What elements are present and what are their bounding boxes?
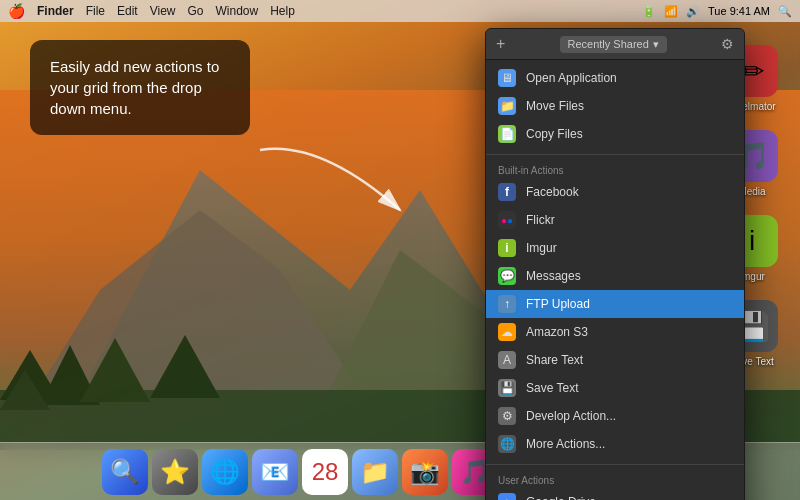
menu-item-copy-files[interactable]: 📄 Copy Files <box>486 120 744 148</box>
imgur-label: Imgur <box>526 241 557 255</box>
user-actions-section: User Actions ▲ Google Drive 🔍 Image Sear… <box>486 467 744 500</box>
battery-icon: 🔋 <box>642 5 656 18</box>
popup-dropdown-icon: ▾ <box>653 38 659 51</box>
save-text-menu-icon: 💾 <box>498 379 516 397</box>
amazon-s3-label: Amazon S3 <box>526 325 588 339</box>
wifi-icon: 📶 <box>664 5 678 18</box>
flickr-label: Flickr <box>526 213 555 227</box>
popup-title-label: Recently Shared <box>568 38 649 50</box>
popup-panel: + Recently Shared ▾ ⚙ 🖥 Open Application… <box>485 28 745 500</box>
messages-menu-icon: 💬 <box>498 267 516 285</box>
annotation-text: Easily add new actions to your grid from… <box>50 56 230 119</box>
view-menu[interactable]: View <box>150 4 176 18</box>
clock: Tue 9:41 AM <box>708 5 770 17</box>
menu-item-flickr[interactable]: ●● Flickr <box>486 206 744 234</box>
edit-menu[interactable]: Edit <box>117 4 138 18</box>
desktop: 🍎 Finder File Edit View Go Window Help 🔋… <box>0 0 800 500</box>
save-text-label: Save Text <box>526 381 578 395</box>
popup-header: + Recently Shared ▾ ⚙ <box>486 29 744 60</box>
move-files-icon: 📁 <box>498 97 516 115</box>
apple-menu[interactable]: 🍎 <box>8 3 25 19</box>
ftp-upload-label: FTP Upload <box>526 297 590 311</box>
copy-files-icon: 📄 <box>498 125 516 143</box>
popup-gear-button[interactable]: ⚙ <box>721 36 734 52</box>
menu-item-ftp-upload[interactable]: ↑ FTP Upload <box>486 290 744 318</box>
dock-files[interactable]: 📁 <box>352 449 398 495</box>
go-menu[interactable]: Go <box>188 4 204 18</box>
menu-item-more-actions[interactable]: 🌐 More Actions... <box>486 430 744 458</box>
menubar-right: 🔋 📶 🔊 Tue 9:41 AM 🔍 <box>642 5 792 18</box>
flickr-icon: ●● <box>498 211 516 229</box>
help-menu[interactable]: Help <box>270 4 295 18</box>
finder-menu[interactable]: Finder <box>37 4 74 18</box>
develop-action-icon: ⚙ <box>498 407 516 425</box>
builtin-section-label: Built-in Actions <box>486 161 744 178</box>
google-drive-label: Google Drive <box>526 495 596 500</box>
menu-item-messages[interactable]: 💬 Messages <box>486 262 744 290</box>
copy-files-label: Copy Files <box>526 127 583 141</box>
more-actions-icon: 🌐 <box>498 435 516 453</box>
menu-item-facebook[interactable]: f Facebook <box>486 178 744 206</box>
menu-item-amazon-s3[interactable]: ☁ Amazon S3 <box>486 318 744 346</box>
menu-item-google-drive[interactable]: ▲ Google Drive <box>486 488 744 500</box>
popup-add-button[interactable]: + <box>496 35 505 53</box>
imgur-menu-icon: i <box>498 239 516 257</box>
menu-item-imgur[interactable]: i Imgur <box>486 234 744 262</box>
divider-1 <box>486 154 744 155</box>
dock-launchpad[interactable]: ⭐ <box>152 449 198 495</box>
google-drive-icon: ▲ <box>498 493 516 500</box>
menu-item-move-files[interactable]: 📁 Move Files <box>486 92 744 120</box>
open-application-icon: 🖥 <box>498 69 516 87</box>
menu-item-open-application[interactable]: 🖥 Open Application <box>486 64 744 92</box>
menu-item-share-text[interactable]: A Share Text <box>486 346 744 374</box>
user-section-label: User Actions <box>486 471 744 488</box>
dock-mail[interactable]: 📧 <box>252 449 298 495</box>
volume-icon: 🔊 <box>686 5 700 18</box>
menubar: 🍎 Finder File Edit View Go Window Help 🔋… <box>0 0 800 22</box>
share-text-label: Share Text <box>526 353 583 367</box>
facebook-label: Facebook <box>526 185 579 199</box>
annotation-box: Easily add new actions to your grid from… <box>30 40 250 135</box>
dock-finder[interactable]: 🔍 <box>102 449 148 495</box>
popup-title-dropdown[interactable]: Recently Shared ▾ <box>560 36 667 53</box>
window-menu[interactable]: Window <box>216 4 259 18</box>
amazon-s3-menu-icon: ☁ <box>498 323 516 341</box>
facebook-icon: f <box>498 183 516 201</box>
dock-photos[interactable]: 📸 <box>402 449 448 495</box>
dock-calendar[interactable]: 28 <box>302 449 348 495</box>
ftp-upload-icon: ↑ <box>498 295 516 313</box>
search-icon[interactable]: 🔍 <box>778 5 792 18</box>
move-files-label: Move Files <box>526 99 584 113</box>
dock-safari[interactable]: 🌐 <box>202 449 248 495</box>
messages-label: Messages <box>526 269 581 283</box>
share-text-icon: A <box>498 351 516 369</box>
file-menu[interactable]: File <box>86 4 105 18</box>
more-actions-label: More Actions... <box>526 437 605 451</box>
builtin-actions-section: Built-in Actions f Facebook ●● Flickr i … <box>486 157 744 462</box>
menu-item-develop-action[interactable]: ⚙ Develop Action... <box>486 402 744 430</box>
menubar-left: 🍎 Finder File Edit View Go Window Help <box>8 3 295 19</box>
develop-action-label: Develop Action... <box>526 409 616 423</box>
open-application-label: Open Application <box>526 71 617 85</box>
divider-2 <box>486 464 744 465</box>
arrow-graphic <box>240 130 440 250</box>
top-actions-section: 🖥 Open Application 📁 Move Files 📄 Copy F… <box>486 60 744 152</box>
menu-item-save-text[interactable]: 💾 Save Text <box>486 374 744 402</box>
